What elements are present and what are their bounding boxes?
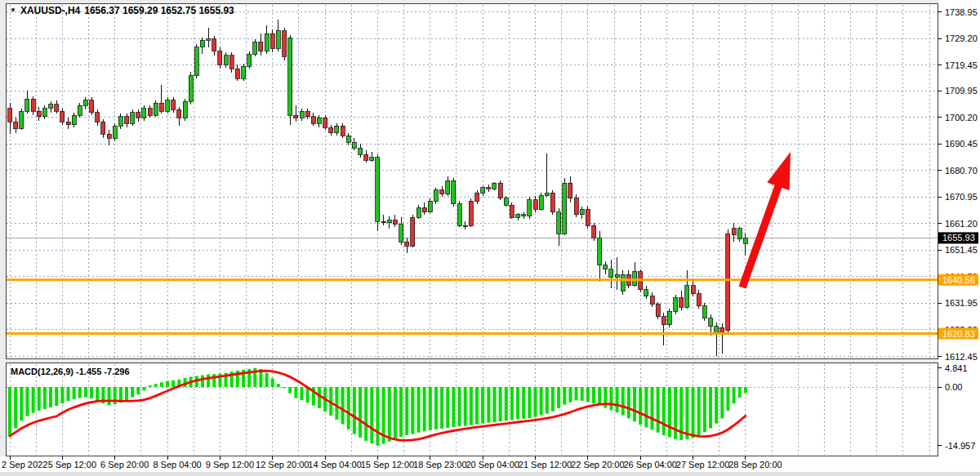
candle-body (83, 100, 87, 106)
candle-body (743, 238, 747, 243)
candle-body (691, 286, 695, 294)
macd-bar (575, 387, 578, 400)
candle-body (90, 100, 94, 113)
candle-body (224, 56, 228, 65)
macd-bar (540, 387, 543, 416)
candle-body (422, 208, 426, 212)
candle-body (737, 229, 742, 239)
candle-body (247, 54, 252, 66)
macd-bar (685, 387, 688, 439)
candle-body (726, 234, 730, 330)
candle-body (359, 148, 363, 154)
macd-bar (586, 387, 590, 402)
macd-bar (96, 387, 99, 400)
candle-body (323, 118, 327, 127)
candle-body (498, 183, 502, 198)
price-axis-label: 1651.45 (945, 245, 978, 255)
candle-body (568, 183, 572, 198)
candle-body (586, 209, 590, 225)
macd-bar (154, 384, 158, 387)
macd-bar (452, 387, 455, 427)
candle-body (166, 100, 170, 111)
time-axis-label: 20 Sep 04:00 (466, 460, 519, 469)
candle-body (481, 188, 485, 194)
candle-body (656, 305, 660, 317)
macd-bar (49, 387, 52, 407)
time-axis-label: 8 Sep 04:00 (153, 460, 201, 469)
macd-bar (341, 387, 345, 425)
macd-bar (616, 387, 619, 412)
candle-body (49, 105, 53, 109)
macd-bar (14, 387, 17, 428)
time-axis-label: 26 Sep 04:00 (623, 460, 676, 469)
candle-body (428, 201, 432, 211)
candle-body (288, 38, 292, 115)
macd-bar (417, 387, 421, 433)
candle-body (580, 209, 584, 215)
candle-body (113, 126, 117, 138)
macd-bar (657, 387, 660, 433)
candle-body (60, 111, 65, 122)
candle-body (194, 47, 198, 76)
candle-body (329, 127, 333, 133)
macd-bar (60, 387, 64, 403)
macd-bar (25, 387, 29, 416)
symbol-dropdown-icon[interactable]: ▼ (10, 7, 16, 14)
macd-bar (90, 387, 93, 398)
candle-body (118, 117, 122, 127)
macd-bar (528, 387, 531, 418)
chart-canvas[interactable]: 1738.951729.201719.451709.951700.201690.… (0, 0, 980, 476)
macd-bar (726, 387, 729, 411)
hline-price-tag-label: 1620.83 (942, 329, 975, 339)
macd-bar (55, 387, 58, 406)
candle-body (510, 205, 514, 217)
candle-body (393, 220, 397, 225)
macd-bar (692, 387, 695, 438)
macd-axis-label: 0.00 (945, 382, 962, 392)
price-axis-label: 1709.95 (945, 86, 978, 96)
candle-body (31, 99, 35, 111)
macd-bar (516, 387, 519, 419)
macd-bar (166, 381, 169, 387)
macd-bar (207, 375, 210, 387)
macd-bar (32, 387, 35, 413)
candle-body (346, 136, 350, 142)
macd-bar (464, 387, 467, 426)
chart-window: 1738.951729.201719.451709.951700.201690.… (0, 0, 980, 476)
candle-body (14, 122, 18, 128)
time-axis-label: 27 Sep 12:00 (676, 460, 729, 469)
candle-body (504, 198, 508, 205)
candle-body (229, 56, 234, 69)
time-axis-label: 18 Sep 23:00 (413, 460, 466, 469)
macd-bar (510, 387, 514, 420)
candle-body (644, 290, 648, 296)
macd-bar (668, 387, 671, 438)
macd-bar (265, 373, 269, 387)
candle-body (20, 111, 24, 129)
price-axis-label: 1631.95 (945, 298, 978, 308)
candle-body (574, 198, 578, 215)
macd-bar (271, 378, 274, 387)
macd-bar (568, 387, 572, 403)
candle-body (341, 126, 345, 136)
macd-bar (283, 387, 286, 388)
candle-body (411, 217, 415, 246)
candle-body (685, 286, 689, 308)
candle-body (598, 238, 602, 265)
macd-bar (446, 387, 449, 428)
macd-bar (394, 387, 397, 438)
macd-bar (592, 387, 595, 403)
candle-body (148, 109, 152, 115)
macd-bar (172, 380, 175, 387)
macd-bar (318, 387, 321, 408)
candle-body (621, 274, 625, 291)
candle-body (259, 42, 263, 51)
candle-body (615, 274, 619, 277)
candle-body (253, 42, 257, 54)
macd-indicator-label: MACD(12,26,9) -1.455 -7.296 (11, 367, 130, 376)
macd-bar (440, 387, 443, 429)
candle-body (172, 100, 176, 110)
macd-bar (609, 387, 612, 410)
candle-body (702, 306, 706, 318)
macd-bar (475, 387, 479, 425)
